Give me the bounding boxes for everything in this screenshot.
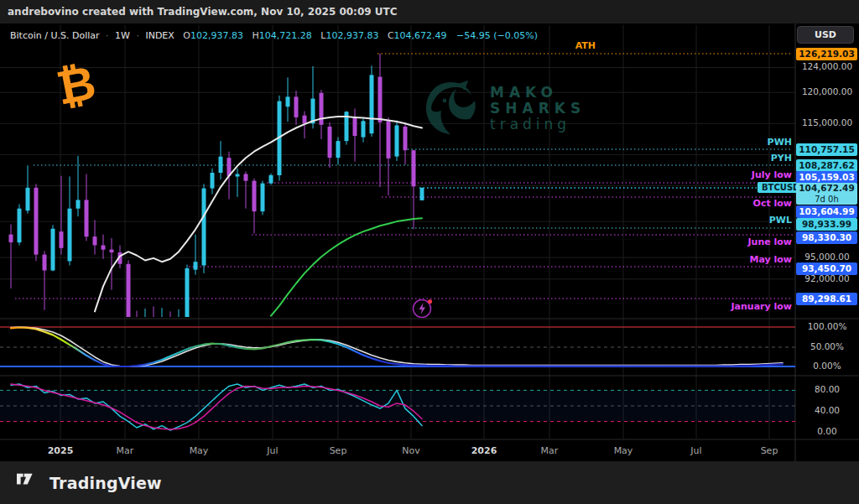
boost-flash-icon[interactable]	[410, 295, 435, 324]
attribution-bar: andrebovino created with TradingView.com…	[0, 0, 859, 23]
price-tick-124,000.00: 124,000.00	[797, 61, 857, 71]
price-label-110,757.15[interactable]: 110,757.15	[796, 143, 857, 156]
price-tick-100.00%: 100.00%	[797, 321, 857, 331]
price-label-104,672.49[interactable]: 104,672.497d 0h	[796, 183, 857, 205]
level-label-July low: July low	[691, 169, 792, 180]
time-axis-May[interactable]: May	[190, 445, 209, 456]
change-value: −54.95 (−0.05%)	[456, 30, 538, 41]
currency-selector-button[interactable]: USD	[797, 26, 854, 44]
watermark-line2: SHARKS	[490, 101, 586, 117]
level-label-Oct low: Oct low	[691, 198, 792, 209]
tradingview-logo-icon[interactable]	[17, 473, 42, 492]
price-tick-120,000.00: 120,000.00	[797, 86, 857, 96]
price-tick-0.00%: 0.00%	[797, 361, 857, 371]
price-tick-40.00: 40.00	[797, 405, 857, 415]
level-label-June low: June low	[691, 236, 792, 247]
time-axis-2025[interactable]: 2025	[48, 445, 74, 456]
exchange-label: INDEX	[145, 30, 174, 41]
price-tick-80.00: 80.00	[797, 384, 857, 394]
price-label-103,604.99[interactable]: 103,604.99	[796, 205, 857, 218]
price-tick-95,000.00: 95,000.00	[797, 252, 857, 262]
low-value: 102,937.83	[325, 30, 378, 41]
price-tick-115,000.00: 115,000.00	[797, 117, 857, 127]
price-label-126,219.03[interactable]: 126,219.03	[796, 48, 857, 60]
price-tick-92,000.00: 92,000.00	[797, 273, 857, 283]
price-label-105,159.03[interactable]: 105,159.03	[796, 171, 857, 184]
price-label-98,330.30[interactable]: 98,330.30	[796, 231, 857, 244]
symbol-legend[interactable]: Bitcoin / U.S. Dollar · 1W · INDEX O102,…	[10, 30, 538, 41]
level-label-May low: May low	[691, 254, 792, 265]
time-axis-Mar[interactable]: Mar	[541, 445, 559, 456]
shark-logo-icon	[419, 77, 482, 139]
level-label-PYH: PYH	[691, 153, 792, 164]
watermark: MAKO SHARKS trading	[419, 77, 586, 139]
symbol-title[interactable]: Bitcoin / U.S. Dollar	[10, 30, 100, 41]
time-axis-Sep[interactable]: Sep	[761, 445, 778, 456]
time-axis-Sep[interactable]: Sep	[330, 445, 347, 456]
price-label-89,298.61[interactable]: 89,298.61	[796, 293, 857, 305]
price-label-98,933.99[interactable]: 98,933.99	[796, 218, 857, 231]
close-value: 104,672.49	[394, 30, 447, 41]
high-value: 104,721.28	[259, 30, 312, 41]
interval-label[interactable]: 1W	[115, 30, 130, 41]
time-axis-2026[interactable]: 2026	[471, 445, 497, 456]
tradingview-brand-name[interactable]: TradingView	[49, 474, 162, 492]
level-label-PWL: PWL	[691, 215, 792, 226]
countdown-label: 7d 0h	[796, 194, 857, 205]
level-label-January low: January low	[691, 301, 792, 312]
time-axis-Jul[interactable]: Jul	[267, 445, 278, 456]
watermark-line1: MAKO	[490, 85, 586, 101]
level-label-ATH: ATH	[495, 40, 596, 51]
price-label-93,450.70[interactable]: 93,450.70	[796, 262, 857, 275]
time-axis-Mar[interactable]: Mar	[117, 445, 134, 456]
level-label-PWH: PWH	[691, 137, 792, 148]
footer-bar: TradingView	[0, 461, 859, 504]
time-axis-Jul[interactable]: Jul	[690, 445, 701, 456]
price-label-108,287.62[interactable]: 108,287.62	[796, 159, 857, 172]
watermark-line3: trading	[490, 117, 586, 132]
price-tick-50.00%: 50.00%	[797, 341, 857, 351]
open-value: 102,937.83	[190, 30, 243, 41]
time-axis-May[interactable]: May	[614, 445, 633, 456]
time-axis-Nov[interactable]: Nov	[402, 445, 419, 456]
price-tick-0.00: 0.00	[797, 426, 857, 436]
